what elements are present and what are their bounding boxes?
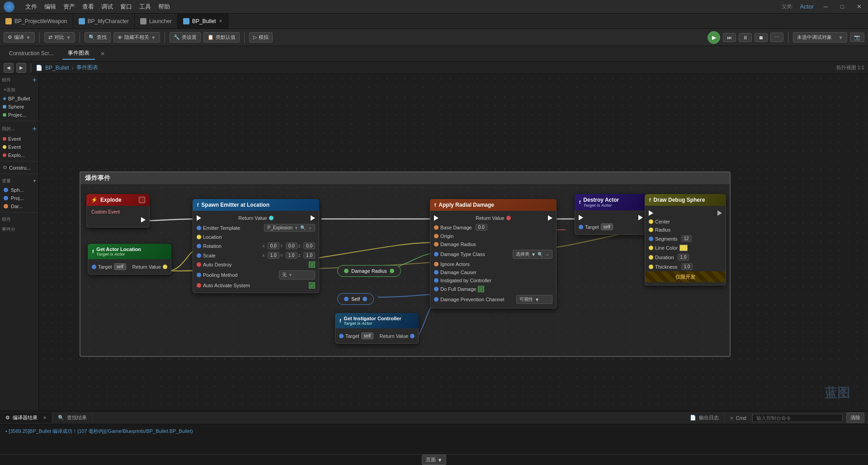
add-component-label[interactable]: +添加 [0,86,38,94]
draw-debug-sphere-header: f Draw Debug Sphere [645,194,726,206]
spawn-emitter-template-dropdown[interactable]: P_Explosion ▼ 🔍 → [264,224,315,232]
var-sph[interactable]: Sph... [0,186,38,194]
close-tab-icon[interactable]: ✕ [100,51,105,57]
menu-file[interactable]: 文件 [25,3,37,11]
apply-radial-damage-node[interactable]: f Apply Radial Damage Return Value [430,199,557,308]
menu-view[interactable]: 查看 [82,3,94,11]
debug-radius-label: Radius [655,227,670,232]
apply-do-full-damage-checkbox[interactable]: ✓ [478,286,484,292]
align-button[interactable]: ⇄ 对比 ▼ [44,32,75,43]
apply-prevention-dropdown[interactable]: 可视性 ▼ [516,295,552,304]
tab-event-graph[interactable]: 事件图表 [62,47,95,60]
variables-collapse[interactable]: ▼ [33,179,37,183]
tab-bp-mycharacter[interactable]: BP_MyCharacter [73,14,135,28]
canvas-area[interactable]: 爆炸事件 ⚡ Explode Custom Event f [39,74,868,411]
left-event-2[interactable]: Event [0,143,38,151]
debug-thickness-value[interactable]: 1.0 [681,263,693,270]
tab-launcher[interactable]: Launcher [135,14,178,28]
stop-button[interactable]: ⏹ [755,33,768,42]
class-settings-button[interactable]: 🔧 类设置 [170,32,201,43]
tab-icon-launcher [140,18,146,24]
browse-damage-type-icon[interactable]: → [545,252,549,257]
debug-line-color-swatch[interactable] [679,245,688,251]
step-button[interactable]: ⏭ [723,33,736,42]
bottom-tab-compiler[interactable]: ⚙ 编译器结果 ✕ [0,413,52,423]
breadcrumb-current[interactable]: 事件图表 [76,64,98,71]
damage-radius-node[interactable]: Damage Radius [337,265,401,277]
window-maximize[interactable]: □ [838,3,847,10]
nav-forward-button[interactable]: ▶ [16,63,26,73]
menu-asset[interactable]: 资产 [63,3,75,11]
browse-emitter-icon[interactable]: → [307,225,312,230]
left-item-sphere[interactable]: Sphere [0,103,38,111]
spawn-rot-y[interactable]: 0.0 [286,242,297,249]
apply-base-damage-value[interactable]: 0.0 [476,224,487,231]
debug-duration-value[interactable]: 1.0 [678,254,689,261]
nav-back-button[interactable]: ◀ [4,63,14,73]
camera-button[interactable]: 📷 [850,33,864,42]
bottom-tab-cmd[interactable]: > Cmd [725,413,752,422]
get-actor-location-node[interactable]: f Get Actor Location Target is Actor Tar… [88,244,171,275]
spawn-scale-y[interactable]: 1.0 [286,252,297,259]
menu-edit[interactable]: 编辑 [44,3,56,11]
left-event-3[interactable]: Explo... [0,151,38,159]
search-emitter-icon[interactable]: 🔍 [300,225,306,230]
self-node[interactable]: Self [337,293,374,305]
bottom-tab-output[interactable]: 📄 输出日志 [684,413,725,423]
bottom-tab-search[interactable]: 🔍 查找结果 [52,413,93,423]
breadcrumb-root[interactable]: BP_Bullet [45,65,69,71]
explode-node-close[interactable] [139,197,145,203]
apply-damage-causer-pin [434,270,439,275]
spawn-auto-activate-checkbox[interactable]: ✓ [309,282,315,289]
window-minimize[interactable]: ─ [821,3,830,10]
get-instigator-node[interactable]: f Get Instigator Controller Target is Ac… [335,313,419,344]
add-my-button[interactable]: + [33,125,37,133]
spawn-auto-destroy-checkbox[interactable]: ✓ [309,261,315,268]
debug-segments-value[interactable]: 12 [681,235,692,242]
spawn-rot-z[interactable]: 0.0 [303,242,315,249]
pause-button[interactable]: ⏸ [739,33,752,42]
more-button[interactable]: ⋯ [770,33,783,42]
debug-target-dropdown[interactable]: 未选中调试对象 ▼ [793,32,847,43]
left-item-projec[interactable]: Projec... [0,111,38,119]
var-dar[interactable]: Dar... [0,202,38,210]
spawn-scale-z[interactable]: 1.0 [303,252,315,259]
tab-bp-projectile[interactable]: BP_ProjectileWeapon [0,14,73,28]
variables-header: 变量 ▼ [0,176,38,186]
debug-sphere-icon: f [649,198,651,203]
left-event-1[interactable]: Event [0,135,38,143]
spawn-rot-x[interactable]: 0.0 [268,242,279,249]
menu-help[interactable]: 帮助 [158,3,170,11]
hide-button[interactable]: 👁 隐藏不相关 ▼ [113,32,160,43]
compile-button[interactable]: ⚙ 编译 ▼ [4,32,35,43]
tab-close-bullet[interactable]: ✕ [219,19,222,24]
menu-tools[interactable]: 工具 [139,3,151,11]
spawn-scale-row: Scale X 1.0 Y 1.0 Z 1.0 [193,251,319,260]
left-construct[interactable]: ⚙ Constru... [0,163,38,172]
cmd-input[interactable] [752,414,843,422]
add-component-button[interactable]: + [33,76,37,84]
explode-event-node[interactable]: ⚡ Explode Custom Event [86,194,150,228]
tab-bp-bullet[interactable]: BP_Bullet ✕ [178,14,228,28]
bottom-tab-compiler-close[interactable]: ✕ [43,415,47,420]
var-proj[interactable]: Proj... [0,194,38,202]
spawn-emitter-node[interactable]: f Spawn Emitter at Location Return Value [193,199,319,293]
spawn-scale-x[interactable]: 1.0 [268,252,279,259]
destroy-actor-node[interactable]: f Destroy Actor Target is Actor Target [575,194,647,235]
window-close[interactable]: ✕ [854,3,864,10]
menu-debug[interactable]: 调试 [101,3,113,11]
spawn-pooling-dropdown[interactable]: 无 ▼ [279,270,315,280]
draw-debug-sphere-node[interactable]: f Draw Debug Sphere Center [645,194,726,285]
tab-construction-script[interactable]: Construction Scr... [4,48,59,59]
simulate-button[interactable]: ▷ 模拟 [249,32,273,43]
left-item-bp-bullet[interactable]: ◈ BP_Bullet [0,94,38,103]
explode-exec-out [87,215,149,224]
page-button[interactable]: 页面 ▼ [422,455,447,465]
class-defaults-button[interactable]: 📋 类默认值 [203,32,240,43]
menu-window[interactable]: 窗口 [120,3,132,11]
clear-button[interactable]: 清除 [846,413,864,423]
apply-damage-type-dropdown[interactable]: 选择类 ▼ 🔍 → [513,250,552,259]
search-damage-type-icon[interactable]: 🔍 [538,252,543,257]
search-button[interactable]: 🔍 查找 [85,32,111,43]
play-button[interactable]: ▶ [708,31,720,44]
